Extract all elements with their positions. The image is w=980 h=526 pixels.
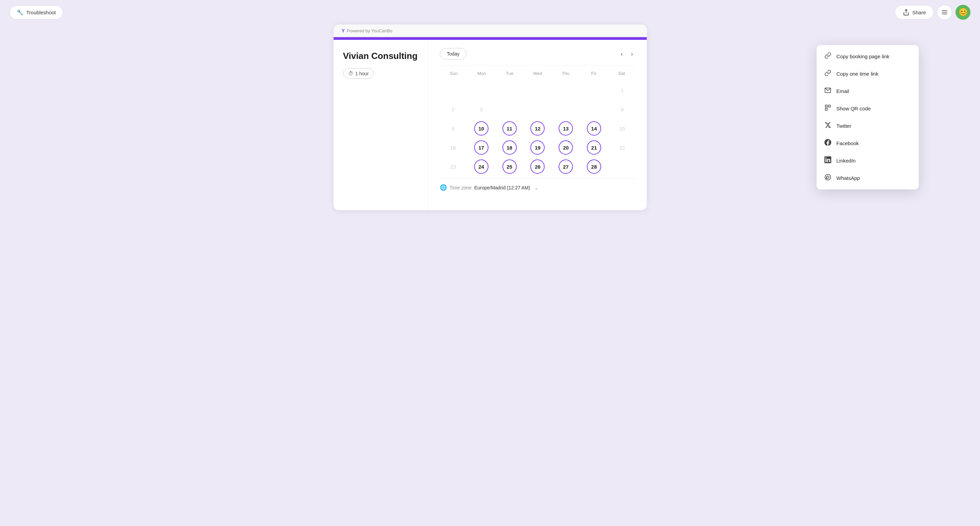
table-row [468,81,495,99]
table-row [496,81,523,99]
linkedin-icon [824,156,832,165]
main-content: Y Powered by YouCanBo Vivian Consulting … [0,24,980,526]
table-row [552,81,579,99]
day-fri: Fri [580,70,608,77]
share-button[interactable]: Share [895,5,934,19]
table-row[interactable]: 13 [552,120,579,137]
nav-arrows: ‹ › [618,49,636,59]
table-row[interactable]: 17 [468,139,495,156]
day-mon: Mon [468,70,496,77]
wrench-icon: 🔧 [17,9,24,16]
clock-icon: ⏱ [348,70,353,76]
powered-text: Powered by YouCanBo [347,28,393,33]
share-icon [903,9,910,16]
table-row[interactable]: 26 [524,158,551,175]
table-row: 16 [440,139,467,156]
share-dropdown-menu: Copy booking page linkCopy one time link… [817,45,919,190]
table-row [581,100,608,118]
dropdown-item-twitter[interactable]: Twitter [817,117,919,135]
qr-icon [824,104,832,113]
table-row[interactable]: 25 [496,158,523,175]
globe-icon: 🌐 [440,184,447,191]
dropdown-item-show-qr[interactable]: Show QR code [817,100,919,117]
table-row: 8 [609,100,636,118]
avatar-emoji: 😊 [959,8,968,17]
table-row[interactable]: 11 [496,120,523,137]
timezone-label: Time zone [450,185,472,190]
table-row[interactable]: 19 [524,139,551,156]
youcanboo-logo: Y [342,28,345,33]
table-row[interactable]: 27 [552,158,579,175]
day-tue: Tue [496,70,523,77]
avatar[interactable]: 😊 [956,5,970,20]
table-row: 1 [609,81,636,99]
troubleshoot-label: Troubleshoot [26,10,56,15]
timezone-value: Europe/Madrid (12:27 AM) [474,185,530,190]
email-icon [824,87,832,96]
table-row: 15 [609,120,636,137]
dropdown-item-copy-booking-link[interactable]: Copy booking page link [817,48,919,65]
next-month-button[interactable]: › [628,49,636,59]
table-row[interactable]: 18 [496,139,523,156]
table-row[interactable]: 10 [468,120,495,137]
troubleshoot-button[interactable]: 🔧 Troubleshoot [10,5,63,19]
day-wed: Wed [523,70,552,77]
day-sat: Sat [608,70,636,77]
dropdown-item-email[interactable]: Email [817,83,919,100]
share-label: Share [912,10,926,15]
table-row: 23 [440,158,467,175]
svg-rect-5 [829,105,830,107]
timezone-chevron[interactable]: ⌄ [535,185,539,190]
calendar-footer: 🌐 Time zone Europe/Madrid (12:27 AM) ⌄ [440,178,636,191]
day-thu: Thu [552,70,580,77]
facebook-icon [824,139,832,148]
hamburger-icon [941,9,948,16]
twitter-icon [824,122,832,130]
dropdown-label-show-qr: Show QR code [836,105,871,112]
table-row [440,81,467,99]
dropdown-label-linkedin: LinkedIn [836,158,856,164]
table-row[interactable]: 28 [581,158,608,175]
table-row [524,100,551,118]
table-row[interactable]: 12 [524,120,551,137]
table-row[interactable]: 20 [552,139,579,156]
duration-label: 1 hour [355,71,369,76]
table-row: 2 [440,100,467,118]
dropdown-item-facebook[interactable]: Facebook [817,135,919,152]
table-row[interactable]: 24 [468,158,495,175]
topbar: 🔧 Troubleshoot Share 😊 [0,0,980,24]
calendar-grid: 1238910111213141516171819202122232425262… [440,81,636,175]
link-refresh-icon [824,70,832,78]
dropdown-label-email: Email [836,88,849,94]
card-body: Vivian Consulting ⏱ 1 hour Today ‹ › [334,40,647,210]
hamburger-button[interactable] [937,5,952,20]
dropdown-label-whatsapp: WhatsApp [836,175,860,181]
today-button[interactable]: Today [440,48,467,60]
dropdown-label-copy-booking-link: Copy booking page link [836,54,889,59]
table-row[interactable]: 14 [581,120,608,137]
svg-point-16 [825,174,831,180]
day-sun: Sun [440,70,468,77]
booking-card: Y Powered by YouCanBo Vivian Consulting … [334,24,647,210]
company-name: Vivian Consulting [343,51,419,61]
link-icon [824,52,832,61]
dropdown-item-whatsapp[interactable]: WhatsApp [817,169,919,187]
topbar-right: Share 😊 [895,5,970,20]
table-row [552,100,579,118]
table-row[interactable]: 21 [581,139,608,156]
left-panel: Vivian Consulting ⏱ 1 hour [334,40,429,210]
dropdown-item-copy-one-time-link[interactable]: Copy one time link [817,65,919,83]
table-row [496,100,523,118]
table-row: 9 [440,120,467,137]
prev-month-button[interactable]: ‹ [618,49,626,59]
powered-bar: Y Powered by YouCanBo [334,24,647,37]
table-row: 3 [468,100,495,118]
dropdown-label-twitter: Twitter [836,123,851,129]
purple-accent-bar [334,37,647,40]
table-row [581,81,608,99]
svg-rect-6 [826,108,827,110]
table-row [609,158,636,175]
whatsapp-icon [824,174,832,182]
day-headers: Sun Mon Tue Wed Thu Fri Sat [440,70,636,77]
dropdown-item-linkedin[interactable]: LinkedIn [817,152,919,169]
